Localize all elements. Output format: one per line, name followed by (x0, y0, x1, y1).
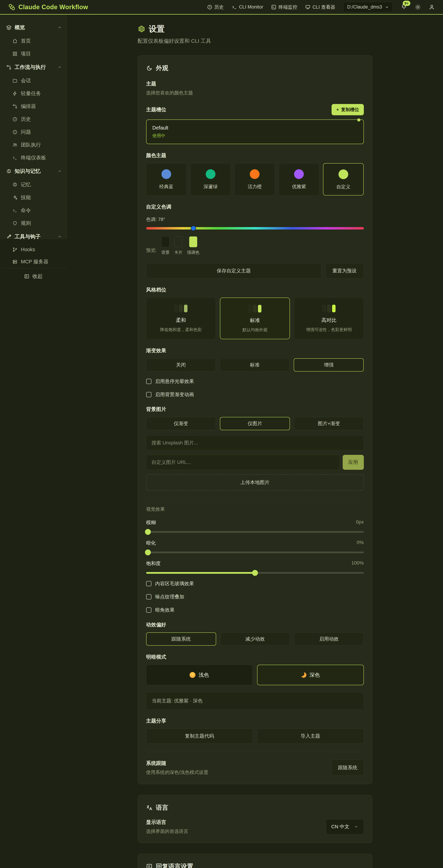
style-option-high-contrast[interactable]: 高对比 增强可读性，色彩更鲜明 (294, 298, 364, 339)
theme-option-green[interactable]: 深邃绿 (190, 163, 231, 195)
unsplash-search-input[interactable] (146, 435, 364, 450)
reply-language-card: 回复语言设置 中文回复 Claude 已禁用 在 ~/.claude/CLAUD… (138, 854, 372, 868)
theme-option-orange[interactable]: 活力橙 (234, 163, 275, 195)
system-follow-label: 系统跟随 (146, 760, 209, 767)
motion-reduce-button[interactable]: 减少动效 (220, 632, 290, 646)
sidebar-item-rules[interactable]: 规则 (0, 217, 67, 230)
darken-slider[interactable] (146, 552, 364, 553)
language-select[interactable]: CN 中文 (326, 819, 364, 834)
notifications-button[interactable]: 9+ (401, 3, 407, 10)
copy-theme-code-button[interactable]: 复制主题代码 (146, 728, 253, 744)
sidebar-section-label: 工作流与执行 (14, 64, 46, 71)
sidebar-section-overview[interactable]: 概览 (0, 21, 67, 35)
theme-option-custom[interactable]: 自定义 (323, 163, 364, 195)
sidebar-item-home[interactable]: 首页 (0, 35, 67, 48)
hover-glow-checkbox-row[interactable]: 启用悬停光晕效果 (146, 378, 364, 385)
sidebar-item-label: 终端仪表板 (21, 154, 46, 161)
checkbox-unchecked[interactable] (146, 581, 151, 586)
bg-image-only-button[interactable]: 仅图片 (220, 417, 290, 430)
sidebar-item-orchestrator[interactable]: 编排器 (0, 100, 67, 113)
sidebar-item-history[interactable]: 历史 (0, 113, 67, 126)
server-icon (12, 259, 18, 264)
theme-option-purple[interactable]: 优雅紫 (279, 163, 319, 195)
sidebar-section-workflow[interactable]: 工作流与执行 (0, 60, 67, 74)
gradient-standard-button[interactable]: 标准 (220, 358, 289, 372)
checkbox-unchecked[interactable] (146, 608, 151, 613)
sidebar-section-knowledge[interactable]: 知识与记忆 (0, 164, 67, 178)
blur-slider[interactable] (146, 531, 364, 533)
saturation-slider[interactable] (146, 572, 364, 574)
save-custom-theme-button[interactable]: 保存自定义主题 (146, 263, 321, 278)
sidebar-item-memory[interactable]: 记忆 (0, 178, 67, 191)
user-icon[interactable] (429, 4, 435, 10)
sidebar-item-light-tasks[interactable]: 轻量任务 (0, 87, 67, 100)
sidebar-collapse-button[interactable]: 收起 (0, 268, 67, 284)
nav-terminal-monitor[interactable]: 终端监控 (271, 4, 297, 10)
languages-icon (146, 805, 152, 811)
sidebar-item-label: 技能 (21, 194, 31, 201)
upload-local-image-button[interactable]: 上传本地图片 (146, 474, 364, 491)
gradient-enhanced-button[interactable]: 增强 (294, 358, 364, 372)
theme-option-blue[interactable]: 经典蓝 (146, 163, 187, 195)
nav-history[interactable]: 历史 (207, 4, 224, 10)
copy-slot-button[interactable]: + 复制槽位 (331, 104, 364, 115)
sidebar-item-skills[interactable]: 技能 (0, 191, 67, 204)
hue-slider[interactable] (146, 227, 364, 229)
nav-cli-monitor-label: CLI Monitor (239, 4, 263, 10)
checkbox-unchecked[interactable] (146, 379, 151, 384)
apply-url-button[interactable]: 应用 (343, 455, 364, 470)
display-language-label: 显示语言 (146, 819, 188, 826)
terminal-square-icon (271, 4, 276, 10)
sidebar-item-projects[interactable]: 项目 (0, 48, 67, 60)
nav-cli-monitor[interactable]: CLI Monitor (232, 4, 263, 10)
project-select[interactable]: D:/Claude_dms3 (343, 2, 393, 12)
style-option-standard[interactable]: 标准 默认均衡外观 (220, 298, 290, 339)
sidebar-item-sessions[interactable]: 会话 (0, 74, 67, 87)
checkbox-unchecked[interactable] (146, 594, 151, 599)
follow-system-button[interactable]: 跟随系统 (331, 760, 364, 776)
sidebar-item-terminal-dashboard[interactable]: 终端仪表板 (0, 151, 67, 164)
sidebar-item-label: 轻量任务 (21, 90, 41, 97)
style-option-soft[interactable]: 柔和 降低饱和度，柔和色彩 (146, 298, 216, 339)
glass-checkbox-row[interactable]: 内容区毛玻璃效果 (146, 580, 364, 587)
sidebar-item-mcp-servers[interactable]: MCP 服务器 (0, 255, 67, 268)
dark-mode-button[interactable]: 深色 (257, 665, 364, 685)
motion-system-button[interactable]: 跟随系统 (146, 632, 216, 646)
brain-icon (6, 169, 11, 174)
bg-image-gradient-button[interactable]: 图片+渐变 (294, 417, 364, 430)
vignette-checkbox-row[interactable]: 暗角效果 (146, 607, 364, 613)
darken-slider-thumb[interactable] (145, 550, 151, 555)
bg-gradient-only-button[interactable]: 仅渐变 (146, 417, 216, 430)
reset-preset-button[interactable]: 重置为预设 (325, 263, 364, 278)
bg-anim-checkbox-row[interactable]: 启用背景渐变动画 (146, 391, 364, 398)
noise-checkbox-row[interactable]: 噪点纹理叠加 (146, 593, 364, 600)
gradient-off-button[interactable]: 关闭 (146, 358, 216, 372)
app-brand[interactable]: Claude Code Workflow (8, 3, 88, 11)
users-icon (12, 143, 18, 147)
sidebar-item-hooks[interactable]: Hooks (0, 244, 67, 255)
sidebar-item-team-exec[interactable]: 团队执行 (0, 138, 67, 151)
saturation-slider-thumb[interactable] (252, 570, 258, 576)
sidebar-item-issues[interactable]: 问题 (0, 126, 67, 138)
header-nav: 历史 CLI Monitor 终端监控 CLI 查看器 D:/Claude_dm… (207, 2, 435, 12)
blur-slider-thumb[interactable] (145, 529, 151, 535)
reply-language-title: 回复语言设置 (156, 862, 193, 868)
theme-toggle-button[interactable] (415, 4, 421, 10)
nav-cli-viewer[interactable]: CLI 查看器 (305, 4, 335, 10)
theme-slot-default[interactable]: Default 使用中 (146, 119, 364, 144)
import-theme-button[interactable]: 导入主题 (257, 728, 364, 744)
motion-enable-button[interactable]: 启用动效 (294, 632, 364, 646)
sidebar-section-tools[interactable]: 工具与钩子 (0, 230, 67, 244)
saturation-slider-group: 饱和度100% (146, 560, 364, 574)
layers-icon (6, 25, 11, 30)
sidebar-item-commands[interactable]: 命令 (0, 204, 67, 217)
visual-effects-label: 视觉效果 (146, 506, 364, 512)
language-select-value: CN 中文 (331, 824, 349, 830)
preview-card-swatch: 卡片 (174, 237, 183, 255)
custom-url-input[interactable] (146, 455, 340, 470)
sidebar: 概览 首页 项目 工作流与执行 会话 轻量任务 (0, 14, 67, 239)
checkbox-unchecked[interactable] (146, 392, 151, 397)
nav-cli-viewer-label: CLI 查看器 (313, 4, 335, 10)
light-mode-button[interactable]: 浅色 (146, 665, 253, 685)
hue-slider-thumb[interactable] (191, 226, 196, 231)
